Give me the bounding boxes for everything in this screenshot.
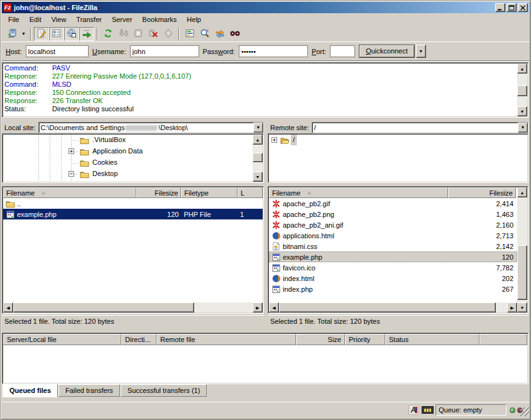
toggle-remote-tree-button[interactable] bbox=[64, 27, 79, 41]
column-header-l[interactable]: L bbox=[238, 187, 263, 198]
queue-column-priority[interactable]: Priority bbox=[345, 334, 385, 345]
collapse-icon[interactable]: − bbox=[68, 171, 74, 177]
message-log-scrollbar[interactable]: ▲ ▼ bbox=[517, 64, 527, 116]
tree-item-cookies[interactable]: Cookies bbox=[3, 157, 253, 169]
find-files-button[interactable] bbox=[227, 27, 243, 41]
scroll-right-icon[interactable]: ▶ bbox=[253, 302, 263, 312]
quickconnect-dropdown-icon[interactable]: ▼ bbox=[416, 45, 426, 58]
chevron-down-icon[interactable]: ▼ bbox=[19, 27, 28, 41]
tree-item-desktop[interactable]: −Desktop bbox=[3, 169, 253, 180]
remote-site-combobox[interactable]: / ▼ bbox=[312, 122, 528, 133]
tab-queued-files[interactable]: Queued files bbox=[3, 384, 58, 397]
file-row-applications-html[interactable]: applications.html2,713 bbox=[269, 230, 517, 241]
scroll-left-icon[interactable]: ◀ bbox=[3, 302, 13, 312]
redacted-path-segment bbox=[125, 125, 158, 131]
queue-column-directi-[interactable]: Directi... bbox=[121, 334, 156, 345]
chevron-down-icon[interactable]: ▼ bbox=[518, 123, 528, 133]
tree-item-root[interactable]: +/ bbox=[269, 135, 527, 146]
site-manager-button[interactable] bbox=[4, 27, 19, 41]
menu-help[interactable]: Help bbox=[182, 14, 206, 25]
compare-directories-button[interactable] bbox=[197, 27, 212, 41]
file-row-bitnami-css[interactable]: bitnami.css2,142 bbox=[269, 241, 517, 251]
column-header-filetype[interactable]: Filetype bbox=[181, 187, 238, 198]
file-row-apache-pb2-ani-gif[interactable]: apache_pb2_ani.gif2,160 bbox=[269, 219, 517, 230]
queue-column-status[interactable]: Status bbox=[385, 334, 479, 345]
menu-file[interactable]: File bbox=[3, 14, 25, 25]
sync-browsing-button[interactable] bbox=[212, 27, 227, 41]
title-bar[interactable]: Fz john@localhost - FileZilla bbox=[2, 2, 529, 13]
scrollbar-thumb[interactable] bbox=[517, 86, 527, 96]
expand-icon[interactable]: + bbox=[271, 137, 277, 143]
file-row-index-html[interactable]: index.html202 bbox=[269, 273, 517, 284]
chevron-down-icon[interactable]: ▼ bbox=[253, 123, 263, 133]
scrollbar-thumb[interactable] bbox=[517, 245, 527, 301]
port-input[interactable] bbox=[330, 45, 355, 57]
toggle-local-tree-button[interactable] bbox=[49, 27, 64, 41]
local-list-hscrollbar[interactable]: ◀ ▶ bbox=[3, 302, 263, 312]
scroll-up-icon[interactable]: ▲ bbox=[517, 64, 527, 74]
scroll-down-icon[interactable]: ▼ bbox=[517, 302, 527, 312]
scroll-down-icon[interactable]: ▼ bbox=[253, 172, 263, 182]
resize-grip[interactable] bbox=[520, 407, 529, 416]
tab-failed-transfers[interactable]: Failed transfers bbox=[58, 384, 120, 397]
speed-limit-icon[interactable] bbox=[422, 406, 434, 414]
tree-item--virtualbox[interactable]: .VirtualBox bbox=[3, 135, 253, 146]
menu-server[interactable]: Server bbox=[107, 14, 137, 25]
file-row-example-php[interactable]: example.php120 bbox=[269, 251, 517, 262]
refresh-button[interactable] bbox=[101, 27, 116, 41]
file-row-index-php[interactable]: index.php267 bbox=[269, 284, 517, 294]
password-input[interactable] bbox=[239, 45, 308, 57]
menu-transfer[interactable]: Transfer bbox=[71, 14, 107, 25]
transfer-type-icon[interactable]: A bbox=[408, 405, 419, 415]
remote-status-text: Selected 1 file. Total size: 120 bytes bbox=[268, 315, 528, 327]
host-input[interactable] bbox=[26, 45, 89, 57]
scroll-down-icon[interactable]: ▼ bbox=[517, 106, 527, 116]
column-header-filesize[interactable]: Filesize bbox=[448, 187, 516, 198]
filter-icon bbox=[185, 28, 195, 40]
scrollbar-thumb[interactable] bbox=[13, 302, 194, 312]
file-row-apache-pb2-gif[interactable]: apache_pb2.gif2,414 bbox=[269, 198, 517, 209]
file-row-favicon-ico[interactable]: favicon.ico7,782 bbox=[269, 262, 517, 273]
remote-list-vscrollbar[interactable]: ▲ ▼ bbox=[517, 187, 527, 312]
file-row-example-php[interactable]: example.php120PHP File1 bbox=[3, 209, 263, 219]
local-tree-scrollbar[interactable]: ▲ ▼ bbox=[253, 135, 263, 182]
file-row-apache-pb2-png[interactable]: apache_pb2.png1,463 bbox=[269, 209, 517, 219]
menu-bookmarks[interactable]: Bookmarks bbox=[137, 14, 182, 25]
queue-list-area[interactable] bbox=[3, 345, 527, 383]
disconnect-button[interactable] bbox=[146, 27, 161, 41]
scrollbar-thumb[interactable] bbox=[253, 153, 263, 162]
remote-list-hscrollbar[interactable]: ◀ ▶ bbox=[269, 302, 517, 312]
queue-column-remote-file[interactable]: Remote file bbox=[156, 334, 296, 345]
queue-column-size[interactable]: Size bbox=[296, 334, 345, 345]
toggle-local-tree-icon bbox=[52, 28, 62, 40]
filter-button[interactable] bbox=[182, 27, 197, 41]
expand-icon[interactable]: + bbox=[68, 148, 74, 154]
close-button[interactable] bbox=[518, 3, 528, 12]
minimize-button[interactable] bbox=[495, 3, 505, 12]
toggle-message-log-button[interactable] bbox=[34, 27, 49, 41]
tab-successful-transfers-1-[interactable]: Successful transfers (1) bbox=[121, 384, 207, 397]
menu-edit[interactable]: Edit bbox=[25, 14, 47, 25]
scrollbar-thumb[interactable] bbox=[279, 302, 496, 312]
maximize-button[interactable] bbox=[506, 3, 517, 12]
toggle-queue-button[interactable] bbox=[79, 27, 94, 41]
queue-column-server-local-file[interactable]: Server/Local file bbox=[3, 334, 121, 345]
column-header-filename[interactable]: Filename▲ bbox=[3, 187, 136, 198]
filename-cell: example.php bbox=[3, 209, 137, 219]
username-input[interactable] bbox=[130, 45, 199, 57]
quickconnect-button[interactable]: Quickconnect bbox=[359, 45, 415, 58]
scroll-up-icon[interactable]: ▲ bbox=[517, 187, 527, 197]
filename-cell: applications.html bbox=[269, 230, 448, 241]
scroll-right-icon[interactable]: ▶ bbox=[507, 302, 517, 312]
file-row--[interactable]: .. bbox=[3, 198, 263, 209]
tree-item-application-data[interactable]: +Application Data bbox=[3, 146, 253, 157]
column-header-filesize[interactable]: Filesize bbox=[136, 187, 181, 198]
scroll-left-icon[interactable]: ◀ bbox=[269, 302, 279, 312]
scroll-up-icon[interactable]: ▲ bbox=[253, 135, 263, 145]
local-site-combobox[interactable]: C:\Documents and Settings\Desktop\ ▼ bbox=[38, 122, 264, 133]
column-header-filename[interactable]: Filename▲ bbox=[269, 187, 448, 198]
find-files-icon bbox=[230, 28, 240, 40]
menu-view[interactable]: View bbox=[47, 14, 72, 25]
filename-cell: apache_pb2_ani.gif bbox=[269, 219, 448, 230]
queue-splitter[interactable] bbox=[2, 328, 529, 333]
